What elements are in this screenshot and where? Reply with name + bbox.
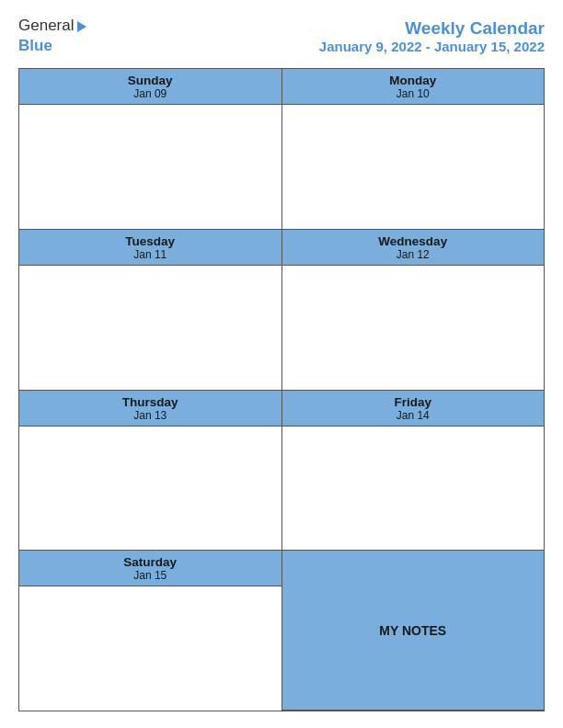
saturday-body xyxy=(19,586,282,711)
logo-general: General xyxy=(18,17,74,35)
cell-sunday: Sunday Jan 09 xyxy=(19,69,282,229)
cell-wednesday: Wednesday Jan 12 xyxy=(282,230,545,390)
cell-wednesday-header: Wednesday Jan 12 xyxy=(282,230,545,266)
wednesday-body xyxy=(282,266,545,390)
thursday-date: Jan 13 xyxy=(23,409,278,422)
cell-sunday-header: Sunday Jan 09 xyxy=(19,69,282,105)
tuesday-body xyxy=(19,266,282,390)
calendar-row-1: Sunday Jan 09 Monday Jan 10 xyxy=(19,69,544,230)
cell-thursday: Thursday Jan 13 xyxy=(19,391,282,551)
logo: GeneralBlue xyxy=(18,17,86,55)
cell-monday-header: Monday Jan 10 xyxy=(282,69,545,105)
saturday-label: Saturday xyxy=(23,555,278,569)
logo-blue: Blue xyxy=(18,37,52,55)
calendar-row-4: Saturday Jan 15 MY NOTES xyxy=(19,551,544,711)
calendar-row-2: Tuesday Jan 11 Wednesday Jan 12 xyxy=(19,230,544,391)
cell-my-notes: MY NOTES xyxy=(282,551,545,711)
friday-label: Friday xyxy=(286,395,541,409)
saturday-date: Jan 15 xyxy=(23,569,278,582)
thursday-body xyxy=(19,427,282,551)
cell-saturday: Saturday Jan 15 xyxy=(19,551,282,711)
sunday-date: Jan 09 xyxy=(23,87,278,100)
cell-tuesday-header: Tuesday Jan 11 xyxy=(19,230,282,266)
sunday-body xyxy=(19,105,282,229)
cell-saturday-header: Saturday Jan 15 xyxy=(19,551,282,586)
calendar: Sunday Jan 09 Monday Jan 10 Tuesday Jan … xyxy=(18,68,545,711)
wednesday-date: Jan 12 xyxy=(286,248,541,261)
sunday-label: Sunday xyxy=(23,74,278,87)
cell-thursday-header: Thursday Jan 13 xyxy=(19,391,282,427)
friday-body xyxy=(282,427,545,551)
calendar-row-3: Thursday Jan 13 Friday Jan 14 xyxy=(19,391,544,552)
my-notes-label: MY NOTES xyxy=(379,623,446,638)
monday-label: Monday xyxy=(286,74,541,87)
date-range: January 9, 2022 - January 15, 2022 xyxy=(319,39,545,54)
thursday-label: Thursday xyxy=(23,395,278,409)
wednesday-label: Wednesday xyxy=(286,234,541,248)
friday-date: Jan 14 xyxy=(286,409,541,422)
cell-friday-header: Friday Jan 14 xyxy=(282,391,545,427)
cell-monday: Monday Jan 10 xyxy=(282,69,545,229)
calendar-title: Weekly Calendar xyxy=(319,18,545,39)
header: GeneralBlue Weekly Calendar January 9, 2… xyxy=(18,17,545,55)
tuesday-label: Tuesday xyxy=(23,234,278,248)
cell-tuesday: Tuesday Jan 11 xyxy=(19,230,282,390)
my-notes-header: MY NOTES xyxy=(282,551,545,711)
tuesday-date: Jan 11 xyxy=(23,248,278,261)
header-right: Weekly Calendar January 9, 2022 - Januar… xyxy=(319,18,545,54)
page: GeneralBlue Weekly Calendar January 9, 2… xyxy=(0,0,563,728)
monday-body xyxy=(282,105,545,229)
monday-date: Jan 10 xyxy=(286,87,541,100)
cell-friday: Friday Jan 14 xyxy=(282,391,545,551)
logo-triangle-icon xyxy=(77,21,86,32)
